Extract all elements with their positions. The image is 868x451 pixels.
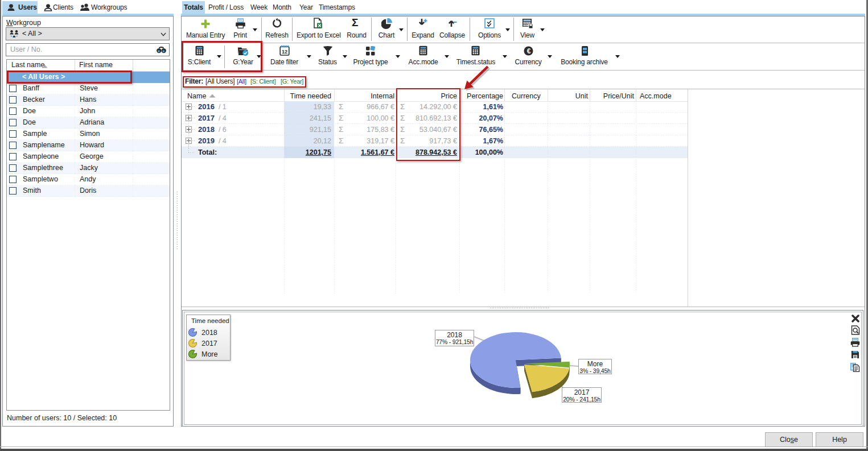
svg-text:€: € xyxy=(527,47,531,55)
svg-text:12: 12 xyxy=(282,49,287,55)
